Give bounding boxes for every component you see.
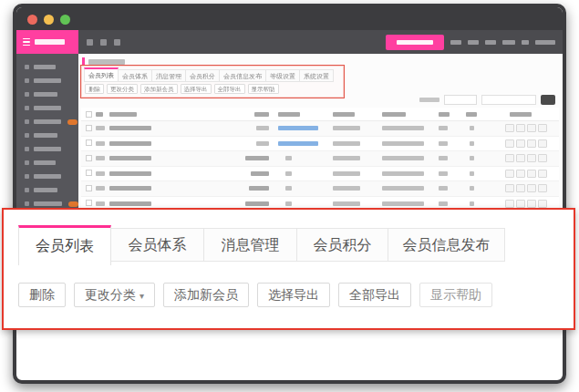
row-action-button[interactable] — [505, 200, 514, 208]
row-action-button[interactable] — [527, 139, 536, 148]
row-action-button[interactable] — [527, 170, 536, 178]
mini-tab-0[interactable]: 会员列表 — [84, 67, 119, 82]
row-checkbox[interactable] — [86, 185, 92, 191]
cell-placeholder — [285, 171, 292, 176]
mini-tab-2[interactable]: 消息管理 — [152, 69, 186, 82]
sidebar-item[interactable] — [16, 170, 78, 183]
table-row[interactable] — [81, 167, 559, 182]
sidebar-item[interactable] — [16, 183, 78, 197]
toolbar-icon-3[interactable] — [114, 39, 120, 46]
delete-button[interactable]: 删除 — [18, 283, 66, 307]
toolbar-icon-1[interactable] — [87, 39, 93, 46]
sidebar-item[interactable] — [16, 74, 78, 88]
add-new-member-button[interactable]: 添加新会员 — [163, 283, 249, 307]
traffic-light-minimize-icon[interactable] — [44, 15, 54, 25]
brand-logo[interactable] — [16, 30, 78, 54]
mini-button-2[interactable]: 添加新会员 — [140, 84, 178, 94]
header-menu-item-placeholder[interactable] — [502, 40, 515, 45]
sidebar-item-label-placeholder — [34, 65, 56, 69]
row-action-button[interactable] — [516, 200, 525, 208]
row-action-button[interactable] — [527, 184, 536, 192]
show-help-button[interactable]: 显示帮助 — [419, 283, 492, 307]
main-panel: 会员列表会员体系消息管理会员积分会员信息发布等级设置系统设置 删除更改分类添加新… — [78, 54, 563, 213]
callout-tab-member-system[interactable]: 会员体系 — [111, 228, 204, 262]
header-menu-item-placeholder[interactable] — [450, 40, 461, 45]
toolbar-icon-2[interactable] — [100, 39, 107, 46]
header-menu-item-placeholder[interactable] — [535, 40, 555, 45]
filter-select[interactable] — [444, 95, 477, 105]
export-all-button[interactable]: 全部导出 — [338, 283, 411, 307]
cell-placeholder — [109, 126, 151, 130]
mini-tab-3[interactable]: 会员积分 — [186, 69, 220, 82]
row-checkbox[interactable] — [86, 125, 92, 131]
row-action-button[interactable] — [527, 200, 536, 208]
row-action-button[interactable] — [538, 139, 547, 148]
row-action-button[interactable] — [505, 184, 514, 192]
change-category-button[interactable]: 更改分类▾ — [74, 283, 155, 307]
row-checkbox[interactable] — [86, 170, 92, 176]
mini-button-0[interactable]: 删除 — [85, 84, 104, 94]
cell-placeholder — [278, 126, 318, 130]
row-action-button[interactable] — [538, 154, 547, 162]
table-row[interactable] — [81, 137, 559, 152]
highlight-source-box: 会员列表会员体系消息管理会员积分会员信息发布等级设置系统设置 删除更改分类添加新… — [80, 65, 345, 98]
mini-button-5[interactable]: 显示帮助 — [248, 84, 279, 94]
row-action-button[interactable] — [538, 184, 547, 192]
sidebar-item-label-placeholder — [34, 160, 56, 165]
row-action-button[interactable] — [505, 139, 514, 148]
sidebar-item[interactable] — [16, 129, 78, 142]
mini-button-3[interactable]: 选择导出 — [181, 84, 212, 94]
row-action-button[interactable] — [516, 184, 525, 192]
mini-tab-5[interactable]: 等级设置 — [266, 69, 300, 82]
sidebar-item[interactable] — [16, 101, 78, 115]
callout-tab-member-list[interactable]: 会员列表 — [18, 225, 111, 265]
sidebar-item[interactable] — [16, 88, 78, 101]
row-action-button[interactable] — [505, 154, 514, 162]
select-export-button[interactable]: 选择导出 — [257, 283, 330, 307]
row-action-button[interactable] — [538, 170, 547, 178]
row-checkbox[interactable] — [86, 139, 92, 146]
row-action-button[interactable] — [516, 139, 525, 148]
traffic-light-close-icon[interactable] — [27, 15, 37, 25]
sidebar-item[interactable] — [16, 115, 78, 129]
mini-tab-1[interactable]: 会员体系 — [119, 69, 152, 82]
select-all-checkbox[interactable] — [86, 111, 92, 118]
cell-placeholder — [285, 156, 292, 160]
sidebar-item[interactable] — [16, 156, 78, 170]
row-action-button[interactable] — [505, 170, 514, 178]
mini-tab-6[interactable]: 系统设置 — [300, 69, 334, 82]
mini-tab-4[interactable]: 会员信息发布 — [220, 69, 266, 82]
mini-button-1[interactable]: 更改分类 — [107, 84, 138, 94]
sidebar-item-icon — [25, 188, 29, 192]
row-action-button[interactable] — [538, 124, 547, 132]
traffic-light-zoom-icon[interactable] — [60, 15, 70, 25]
table-row[interactable] — [81, 151, 559, 167]
sidebar-item[interactable] — [16, 142, 78, 156]
header-menu-item-placeholder[interactable] — [522, 40, 529, 45]
mini-button-4[interactable]: 全部导出 — [214, 84, 245, 94]
cell-placeholder — [439, 126, 448, 130]
callout-tab-member-info-publish[interactable]: 会员信息发布 — [388, 228, 505, 262]
header-menu-item-placeholder[interactable] — [468, 40, 479, 45]
sidebar-item[interactable] — [16, 60, 78, 74]
row-action-button[interactable] — [527, 154, 536, 162]
table-row[interactable] — [81, 121, 559, 137]
row-action-button[interactable] — [516, 124, 525, 132]
row-action-button[interactable] — [505, 124, 514, 132]
row-action-button[interactable] — [538, 200, 547, 208]
cell-placeholder — [285, 186, 292, 191]
table-row[interactable] — [81, 181, 559, 197]
search-input[interactable] — [481, 95, 536, 105]
row-checkbox[interactable] — [86, 155, 92, 161]
row-action-button[interactable] — [527, 124, 536, 132]
cell-placeholder — [285, 201, 292, 206]
callout-tab-message-management[interactable]: 消息管理 — [204, 228, 297, 262]
row-action-button[interactable] — [516, 154, 525, 162]
row-action-button[interactable] — [516, 170, 525, 178]
header-action-button[interactable] — [386, 35, 444, 50]
header-menu-item-placeholder[interactable] — [485, 40, 496, 45]
search-button[interactable] — [541, 95, 555, 105]
row-checkbox[interactable] — [86, 200, 92, 206]
callout-tab-member-points[interactable]: 会员积分 — [297, 228, 388, 262]
cell-placeholder — [333, 126, 360, 130]
